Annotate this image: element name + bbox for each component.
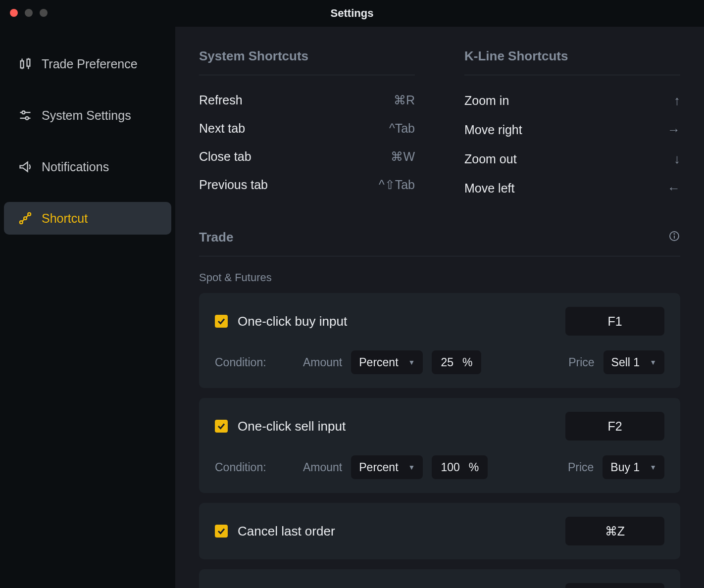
shortcut-label: Previous tab: [199, 178, 268, 192]
shortcut-icon: [18, 211, 33, 226]
price-label: Price: [568, 461, 594, 474]
sidebar-item-label: Notifications: [42, 160, 109, 174]
select-value: Buy 1: [610, 461, 640, 474]
amount-type-select[interactable]: Percent ▼: [351, 455, 423, 479]
shortcut-key-input[interactable]: F1: [565, 307, 664, 336]
chevron-down-icon: ▼: [408, 358, 415, 366]
sidebar-item-notifications[interactable]: Notifications: [4, 150, 171, 183]
shortcut-row-close-tab: Close tab ⌘W: [199, 149, 415, 164]
trade-card-one-click-buy: One-click buy input F1 Condition: Amount…: [199, 293, 680, 388]
condition-label: Condition:: [215, 356, 294, 369]
enable-checkbox[interactable]: [215, 525, 228, 538]
arrow-right-icon: →: [667, 122, 680, 138]
content-panel: System Shortcuts Refresh ⌘R Next tab ^Ta…: [175, 27, 704, 588]
shortcut-row-move-right: Move right →: [464, 122, 680, 138]
shortcut-key: ^⇧Tab: [379, 178, 415, 192]
shortcut-label: Zoom in: [464, 94, 509, 108]
shortcut-label: Zoom out: [464, 152, 517, 166]
shortcut-key-input[interactable]: F2: [565, 412, 664, 441]
amount-label: Amount: [303, 461, 342, 474]
svg-point-10: [20, 221, 23, 224]
chevron-down-icon: ▼: [408, 463, 415, 471]
trade-section-header: Trade: [199, 230, 680, 256]
shortcut-key: ^Tab: [389, 121, 415, 136]
condition-label: Condition:: [215, 461, 294, 474]
price-label: Price: [568, 356, 594, 369]
select-value: Percent: [359, 356, 398, 369]
trade-card-cancel-last-order: Cancel last order ⌘Z: [199, 503, 680, 559]
sidebar: Trade Preference System Settings Notific…: [0, 27, 175, 588]
shortcut-label: Close tab: [199, 149, 251, 164]
card-title: One-click buy input: [238, 314, 565, 329]
sidebar-item-label: Trade Preference: [42, 57, 138, 71]
card-title: Cancel last order: [238, 524, 565, 539]
shortcut-label: Refresh: [199, 93, 243, 107]
window-maximize-button[interactable]: [40, 9, 48, 17]
shortcut-row-zoom-in: Zoom in ↑: [464, 93, 680, 108]
shortcut-label: Move left: [464, 181, 514, 196]
shortcut-key-input[interactable]: ⌥⌘Z: [565, 583, 664, 588]
amount-label: Amount: [303, 356, 342, 369]
svg-rect-3: [27, 59, 30, 66]
settings-sliders-icon: [18, 108, 33, 123]
sidebar-item-system-settings[interactable]: System Settings: [4, 99, 171, 132]
amount-value-input[interactable]: 100 %: [432, 455, 488, 479]
kline-shortcuts-section: K-Line Shortcuts Zoom in ↑ Move right → …: [464, 49, 680, 210]
window-title: Settings: [331, 7, 374, 20]
enable-checkbox[interactable]: [215, 420, 228, 433]
shortcut-key: ⌘W: [391, 149, 415, 164]
shortcut-row-next-tab: Next tab ^Tab: [199, 121, 415, 136]
price-select[interactable]: Sell 1 ▼: [603, 350, 664, 374]
chevron-down-icon: ▼: [650, 463, 656, 471]
chevron-down-icon: ▼: [650, 358, 656, 366]
price-select[interactable]: Buy 1 ▼: [603, 455, 664, 479]
trade-card-one-click-sell: One-click sell input F2 Condition: Amoun…: [199, 398, 680, 493]
svg-rect-0: [21, 61, 24, 68]
sidebar-item-label: Shortcut: [42, 211, 88, 226]
sidebar-item-trade-preference[interactable]: Trade Preference: [4, 48, 171, 80]
window-controls: [10, 9, 48, 17]
input-value: 25: [441, 356, 453, 369]
sliders-icon: [18, 56, 33, 71]
select-value: Percent: [359, 461, 398, 474]
arrow-left-icon: ←: [667, 181, 680, 196]
input-unit: %: [469, 461, 479, 474]
amount-type-select[interactable]: Percent ▼: [351, 350, 423, 374]
shortcut-row-refresh: Refresh ⌘R: [199, 93, 415, 107]
enable-checkbox[interactable]: [215, 315, 228, 328]
svg-point-12: [28, 213, 31, 216]
input-value: 100: [441, 461, 459, 474]
input-unit: %: [462, 356, 472, 369]
card-title: One-click sell input: [238, 419, 565, 434]
shortcut-row-move-left: Move left ←: [464, 181, 680, 196]
megaphone-icon: [18, 159, 33, 174]
shortcut-key: ⌘R: [394, 93, 415, 107]
section-title: Trade: [199, 230, 233, 245]
shortcut-label: Move right: [464, 123, 522, 137]
svg-point-15: [674, 233, 674, 234]
select-value: Sell 1: [611, 356, 640, 369]
titlebar: Settings: [0, 0, 704, 27]
svg-point-9: [26, 117, 29, 120]
window-minimize-button[interactable]: [25, 9, 33, 17]
window-close-button[interactable]: [10, 9, 18, 17]
shortcut-label: Next tab: [199, 121, 245, 136]
svg-point-7: [22, 111, 25, 114]
shortcut-row-previous-tab: Previous tab ^⇧Tab: [199, 178, 415, 192]
system-shortcuts-section: System Shortcuts Refresh ⌘R Next tab ^Ta…: [199, 49, 415, 210]
trade-card-cancel-all: Cancel all ⌥⌘Z: [199, 569, 680, 588]
shortcut-key-input[interactable]: ⌘Z: [565, 517, 664, 545]
shortcut-row-zoom-out: Zoom out ↓: [464, 151, 680, 167]
arrow-up-icon: ↑: [674, 93, 680, 108]
amount-value-input[interactable]: 25 %: [432, 350, 481, 374]
section-title: System Shortcuts: [199, 49, 415, 75]
sidebar-item-shortcut[interactable]: Shortcut: [4, 202, 171, 235]
section-title: K-Line Shortcuts: [464, 49, 680, 75]
svg-point-11: [24, 217, 27, 220]
info-icon[interactable]: [668, 230, 680, 245]
trade-subheader: Spot & Futures: [199, 271, 680, 284]
sidebar-item-label: System Settings: [42, 108, 131, 123]
arrow-down-icon: ↓: [674, 151, 680, 167]
